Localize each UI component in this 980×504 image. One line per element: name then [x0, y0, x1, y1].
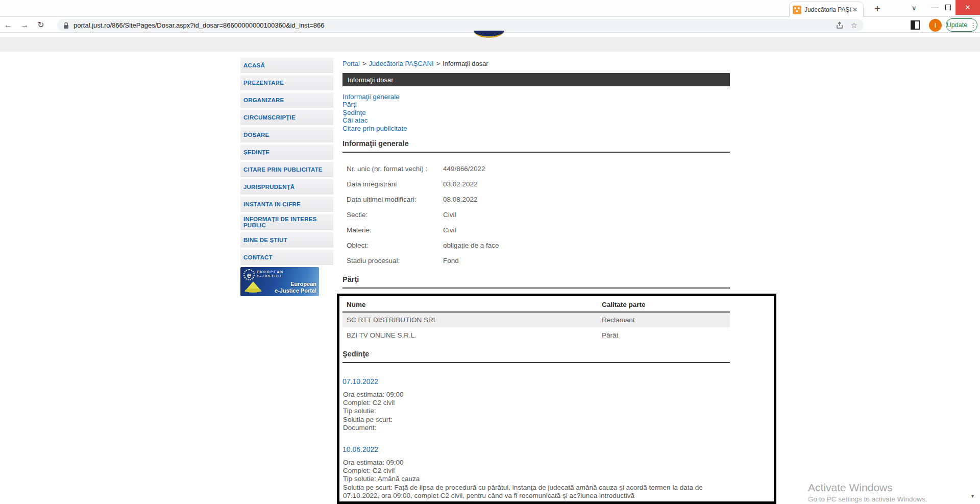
window-close-button[interactable]: ✕ — [955, 0, 980, 15]
link-parti[interactable]: Părţi — [342, 101, 357, 108]
page-viewport: ACASĂ PREZENTARE ORGANIZARE CIRCUMSCRIPŢ… — [0, 33, 980, 504]
ejustice-portal-banner[interactable]: e EUROPEAN e-JUSTICE European e-Justice … — [240, 267, 319, 296]
sidebar-item-prezentare[interactable]: PREZENTARE — [240, 75, 333, 90]
field-row: Obiect:obligație de a face — [342, 237, 730, 253]
sidebar-item-organizare[interactable]: ORGANIZARE — [240, 92, 333, 108]
sidebar-item-contact[interactable]: CONTACT — [240, 250, 333, 265]
link-cai-atac[interactable]: Căi atac — [342, 116, 368, 124]
sidebar-item-citare[interactable]: CITARE PRIN PUBLICITATE — [240, 162, 333, 177]
link-informatii-generale[interactable]: Informaţii generale — [342, 93, 400, 101]
sidebar-item-jurisprudenta[interactable]: JURISPRUDENŢĂ — [240, 179, 333, 195]
breadcrumb-portal-link[interactable]: Portal — [342, 60, 360, 67]
bookmark-star-icon[interactable]: ☆ — [851, 21, 857, 30]
quick-links: Informaţii generale Părţi Şedinţe Căi at… — [342, 93, 730, 132]
hearing-details: Ora estimata: 09:00 Complet: C2 civil Ti… — [342, 391, 730, 432]
sidebar-item-acasa[interactable]: ACASĂ — [240, 58, 333, 73]
section-heading-parti: Părţi — [342, 275, 730, 289]
field-value: obligație de a face — [443, 242, 499, 249]
field-row: Nr. unic (nr. format vechi) :449/866/202… — [342, 161, 730, 176]
lock-icon — [63, 22, 69, 29]
field-row: Sectie:Civil — [342, 207, 730, 222]
side-panel-icon[interactable] — [911, 20, 920, 30]
back-button[interactable]: ← — [0, 20, 16, 30]
column-header-calitate: Calitate parte — [598, 299, 730, 312]
site-favicon-icon — [793, 6, 801, 14]
activate-windows-watermark: Activate Windows Go to PC settings to ac… — [808, 482, 927, 503]
field-value: 449/866/2022 — [443, 165, 485, 173]
sidebar-item-sedinte[interactable]: ŞEDINŢE — [240, 145, 333, 160]
justice-scales-icon — [244, 281, 262, 292]
update-label: Update — [947, 21, 967, 29]
breadcrumb-court-link[interactable]: Judecătoria PAŞCANI — [369, 60, 434, 67]
field-row: Data ultimei modificari:08.08.2022 — [342, 191, 730, 207]
hearing-date-link[interactable]: 10.06.2022 — [342, 445, 730, 453]
sidebar-item-dosare[interactable]: DOSARE — [240, 127, 333, 142]
breadcrumb-current: Informaţii dosar — [443, 60, 488, 67]
breadcrumb: Portal>Judecătoria PAŞCANI>Informaţii do… — [342, 60, 730, 67]
sidebar-item-instanta-in-cifre[interactable]: INSTANTA IN CIFRE — [240, 197, 333, 212]
tab-close-icon[interactable]: ✕ — [852, 6, 857, 13]
party-name: BZI TV ONLINE S.R.L. — [342, 327, 598, 343]
field-row: Materie:Civil — [342, 222, 730, 237]
reload-button[interactable]: ↻ — [33, 20, 49, 30]
address-bar[interactable]: portal.just.ro/866/SitePages/Dosar.aspx?… — [57, 19, 864, 32]
table-row: SC RTT DISTRIBUTION SRL Reclamant — [342, 312, 730, 327]
tab-strip: Judecătoria PAŞCANI ✕ + ∨ — ✕ — [0, 0, 980, 17]
general-info-fields: Nr. unic (nr. format vechi) :449/866/202… — [342, 161, 730, 268]
new-tab-button[interactable]: + — [871, 3, 884, 15]
field-value: Civil — [443, 226, 456, 234]
url-text[interactable]: portal.just.ro/866/SitePages/Dosar.aspx?… — [74, 21, 828, 29]
table-row: BZI TV ONLINE S.R.L. Pârât — [342, 327, 730, 343]
ejustice-e-logo-icon: e — [243, 269, 255, 280]
field-value: Civil — [443, 211, 456, 219]
share-icon[interactable] — [836, 21, 844, 30]
field-value: 03.02.2022 — [443, 180, 478, 188]
column-header-nume: Nume — [342, 299, 598, 312]
sidebar-item-informatii-interes-public[interactable]: INFORMAŢII DE INTERES PUBLIC — [240, 214, 333, 230]
sidebar-item-circumscriptie[interactable]: CIRCUMSCRIPŢIE — [240, 110, 333, 125]
browser-tab[interactable]: Judecătoria PAŞCANI ✕ — [789, 2, 864, 17]
window-maximize-button[interactable] — [945, 5, 951, 10]
parties-table: Nume Calitate parte SC RTT DISTRIBUTION … — [342, 299, 730, 343]
party-role: Reclamant — [598, 312, 730, 327]
sidebar-nav: ACASĂ PREZENTARE ORGANIZARE CIRCUMSCRIPŢ… — [240, 58, 333, 296]
sidebar-item-bine-de-stiut[interactable]: BINE DE ŞTIUT — [240, 232, 333, 248]
profile-avatar[interactable]: I — [929, 19, 942, 32]
main-content: Portal>Judecătoria PAŞCANI>Informaţii do… — [342, 60, 730, 500]
page-title-banner: Informaţii dosar — [342, 73, 730, 86]
section-heading-general: Informaţii generale — [342, 139, 730, 153]
tab-search-chevron-icon[interactable]: ∨ — [912, 4, 917, 12]
ejustice-brand-text: EUROPEAN e-JUSTICE — [257, 270, 284, 278]
hearing-details: Ora estimata: 09:00 Complet: C2 civil Ti… — [342, 459, 730, 500]
field-value: Fond — [443, 257, 459, 265]
field-value: 08.08.2022 — [443, 196, 478, 203]
tab-title: Judecătoria PAŞCANI — [804, 6, 851, 13]
forward-button[interactable]: → — [16, 20, 33, 30]
link-sedinte[interactable]: Şedinţe — [342, 109, 366, 116]
window-minimize-button[interactable]: — — [931, 3, 939, 11]
hearing-date-link[interactable]: 07.10.2022 — [342, 377, 730, 386]
party-role: Pârât — [598, 327, 730, 343]
menu-dots-icon[interactable]: ⋮ — [970, 21, 976, 29]
field-row: Stadiu procesual:Fond — [342, 253, 730, 268]
link-citare-publicitate[interactable]: Citare prin publicitate — [342, 125, 407, 132]
party-name: SC RTT DISTRIBUTION SRL — [342, 312, 598, 327]
ejustice-caption: European e-Justice Portal — [275, 281, 316, 294]
update-button[interactable]: Update ⋮ — [946, 18, 977, 32]
site-header-band — [0, 37, 980, 52]
section-heading-sedinte: Şedinţe — [342, 350, 730, 363]
field-row: Data inregistrarii03.02.2022 — [342, 176, 730, 191]
scroll-down-arrow-icon[interactable]: ▼ — [970, 494, 975, 499]
